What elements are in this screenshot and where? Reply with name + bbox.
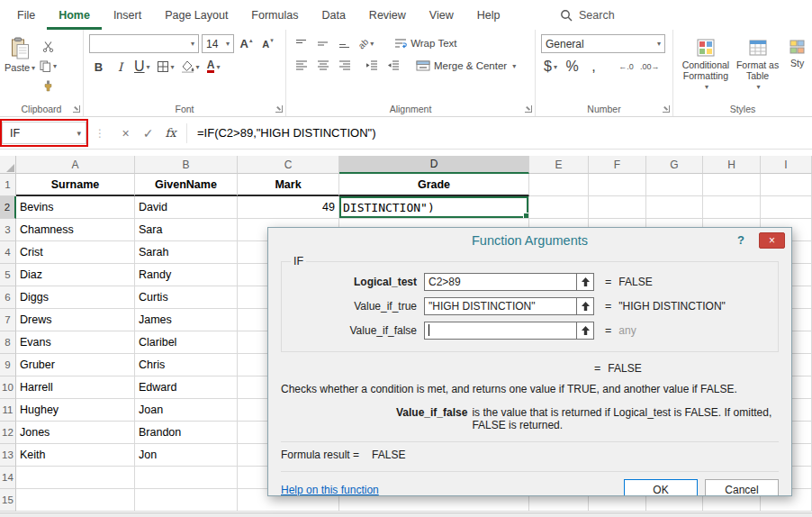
cell-B3[interactable]: Sara: [135, 219, 238, 241]
cancel-button[interactable]: Cancel: [705, 479, 779, 496]
font-name-select[interactable]: ▾: [89, 34, 199, 53]
name-box[interactable]: IF ▾: [2, 122, 86, 144]
cell-I1[interactable]: [761, 174, 812, 196]
cell-B14[interactable]: [135, 467, 238, 489]
align-left-button[interactable]: [292, 57, 311, 75]
column-header-I[interactable]: I: [761, 156, 812, 174]
row-header-14[interactable]: 14: [0, 467, 16, 489]
cell-A15[interactable]: [16, 489, 135, 512]
cell-F2[interactable]: [589, 196, 646, 219]
column-header-G[interactable]: G: [646, 156, 703, 174]
row-header-7[interactable]: 7: [0, 309, 16, 331]
tab-insert[interactable]: Insert: [102, 0, 153, 30]
number-format-select[interactable]: General▾: [541, 34, 665, 53]
accounting-format-button[interactable]: $▾: [541, 58, 560, 76]
clipboard-dialog-launcher-icon[interactable]: [73, 105, 80, 113]
format-painter-button[interactable]: [38, 77, 59, 95]
cell-A13[interactable]: Keith: [16, 444, 135, 467]
orientation-button[interactable]: ab▾: [356, 34, 375, 52]
insert-function-button[interactable]: fx: [159, 122, 182, 144]
cell-C2[interactable]: 49: [238, 196, 339, 219]
cell-B1[interactable]: GivenName: [135, 174, 238, 196]
decrease-font-size-button[interactable]: A▾: [258, 35, 277, 53]
row-header-15[interactable]: 15: [0, 489, 16, 512]
collapse-dialog-button[interactable]: [577, 322, 594, 340]
cell-B4[interactable]: Sarah: [135, 241, 238, 264]
cell-A5[interactable]: Diaz: [16, 264, 135, 286]
cell-I2[interactable]: [761, 196, 812, 219]
row-header-1[interactable]: 1: [0, 174, 16, 196]
cell-D2[interactable]: DISTINCTION"): [339, 196, 529, 219]
row-header-11[interactable]: 11: [0, 399, 16, 422]
cell-B9[interactable]: Chris: [135, 354, 238, 376]
paste-button[interactable]: Paste▾: [4, 32, 36, 95]
top-align-button[interactable]: [292, 34, 311, 52]
column-header-A[interactable]: A: [16, 156, 135, 174]
tab-page-layout[interactable]: Page Layout: [153, 0, 239, 30]
alignment-dialog-launcher-icon[interactable]: [525, 105, 532, 113]
tab-review[interactable]: Review: [357, 0, 418, 30]
cell-A1[interactable]: Surname: [16, 174, 135, 196]
tab-formulas[interactable]: Formulas: [239, 0, 310, 30]
formula-bar-splitter-icon[interactable]: ⋮: [95, 127, 105, 140]
cell-styles-button[interactable]: Sty: [784, 34, 810, 91]
cell-A9[interactable]: Gruber: [16, 354, 135, 376]
cell-B13[interactable]: Jon: [135, 444, 238, 467]
cell-A2[interactable]: Bevins: [16, 196, 135, 219]
cell-A11[interactable]: Hughey: [16, 399, 135, 422]
dialog-titlebar[interactable]: Function Arguments ? ×: [268, 228, 791, 253]
wrap-text-button[interactable]: Wrap Text: [391, 34, 460, 52]
cell-B15[interactable]: [135, 489, 238, 512]
cell-G1[interactable]: [646, 174, 703, 196]
bottom-align-button[interactable]: [335, 34, 354, 52]
cell-B7[interactable]: James: [135, 309, 238, 331]
row-header-2[interactable]: 2: [0, 196, 16, 219]
cancel-entry-button[interactable]: ×: [114, 122, 137, 144]
value-if-false-input[interactable]: [424, 322, 577, 340]
percent-style-button[interactable]: %: [563, 58, 582, 76]
underline-button[interactable]: U▾: [132, 58, 152, 76]
row-header-9[interactable]: 9: [0, 354, 16, 376]
row-header-5[interactable]: 5: [0, 264, 16, 286]
formula-input[interactable]: =IF(C2>89,"HIGH DISTINCTION"): [197, 126, 375, 140]
dialog-close-icon[interactable]: ×: [759, 232, 785, 249]
cell-B10[interactable]: Edward: [135, 376, 238, 399]
row-header-10[interactable]: 10: [0, 376, 16, 399]
cell-B8[interactable]: Claribel: [135, 331, 238, 354]
cut-button[interactable]: [38, 37, 59, 55]
tab-data[interactable]: Data: [310, 0, 356, 30]
row-header-6[interactable]: 6: [0, 286, 16, 309]
fill-color-button[interactable]: ▾: [179, 58, 202, 76]
cell-A3[interactable]: Chamness: [16, 219, 135, 241]
help-link[interactable]: Help on this function: [281, 484, 379, 496]
row-header-4[interactable]: 4: [0, 241, 16, 264]
tab-home[interactable]: Home: [47, 0, 102, 30]
middle-align-button[interactable]: [313, 34, 332, 52]
merge-center-button[interactable]: Merge & Center ▾: [412, 57, 519, 75]
ok-button[interactable]: OK: [624, 479, 698, 496]
logical-test-input[interactable]: C2>89: [424, 273, 577, 291]
tab-file[interactable]: File: [5, 0, 47, 30]
copy-button[interactable]: ▾: [38, 57, 59, 75]
font-size-select[interactable]: 14▾: [202, 34, 234, 53]
column-header-F[interactable]: F: [589, 156, 646, 174]
cell-B12[interactable]: Brandon: [135, 422, 238, 444]
increase-font-size-button[interactable]: A▴: [237, 35, 256, 53]
row-header-12[interactable]: 12: [0, 422, 16, 444]
row-header-8[interactable]: 8: [0, 331, 16, 354]
align-right-button[interactable]: [335, 57, 354, 75]
cell-A14[interactable]: [16, 467, 135, 489]
font-dialog-launcher-icon[interactable]: [275, 105, 283, 113]
column-header-E[interactable]: E: [529, 156, 589, 174]
row-header-3[interactable]: 3: [0, 219, 16, 241]
cell-A10[interactable]: Harrell: [16, 376, 135, 399]
font-color-button[interactable]: A▾: [204, 58, 223, 76]
cell-A8[interactable]: Evans: [16, 331, 135, 354]
comma-style-button[interactable]: ,: [584, 58, 603, 76]
increase-decimal-button[interactable]: ←.0: [617, 58, 636, 76]
borders-button[interactable]: ▾: [155, 58, 176, 76]
collapse-dialog-button[interactable]: [577, 297, 594, 315]
column-header-C[interactable]: C: [238, 156, 339, 174]
column-header-D[interactable]: D: [339, 156, 529, 174]
cell-E2[interactable]: [529, 196, 589, 219]
